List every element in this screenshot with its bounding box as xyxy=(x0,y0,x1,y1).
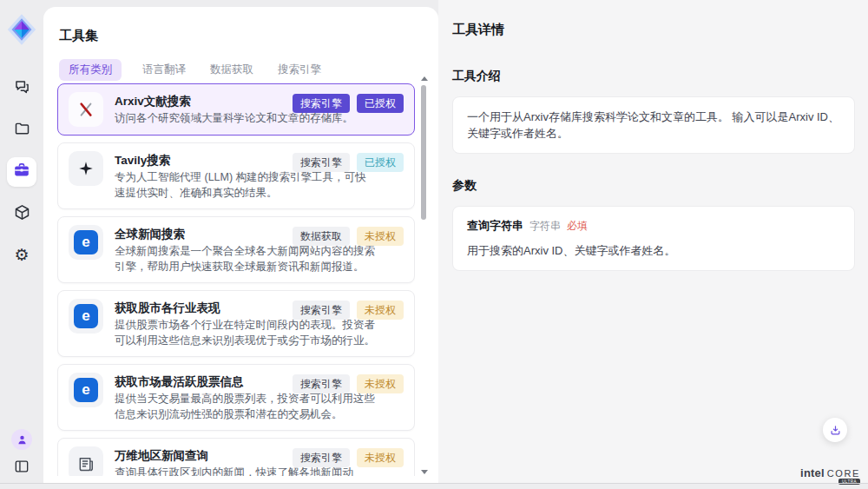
param-description: 用于搜索的Arxiv ID、关键字或作者姓名。 xyxy=(467,243,840,259)
intro-heading: 工具介绍 xyxy=(452,69,855,84)
tool-card[interactable]: 万维地区新闻查询 查询具体行政区划内的新闻，快速了解各地新闻动 搜索引擎 未授权 xyxy=(57,438,415,476)
folder-icon xyxy=(13,120,31,142)
auth-badge: 未授权 xyxy=(357,448,404,467)
collapse-sidebar-icon[interactable] xyxy=(13,458,30,479)
auth-badge: 未授权 xyxy=(357,374,404,393)
news-api-icon: e xyxy=(69,225,103,260)
intro-text: 一个用于从Arxiv存储库搜索科学论文和文章的工具。 输入可以是Arxiv ID… xyxy=(467,109,840,142)
window-bottom-divider xyxy=(0,483,868,484)
tool-detail-panel: 工具详情 工具介绍 一个用于从Arxiv存储库搜索科学论文和文章的工具。 输入可… xyxy=(438,0,868,483)
tool-description: 全球新闻搜索是一个聚合全球各大新闻网站内容的搜索引擎，帮助用户快速获取全球最新资… xyxy=(115,244,377,274)
category-tab[interactable]: 数据获取 xyxy=(207,59,257,81)
intel-core-logo: intel COREULTRA xyxy=(800,466,860,479)
app-logo-icon[interactable] xyxy=(7,13,36,46)
cube-icon xyxy=(13,203,31,225)
auth-badge: 未授权 xyxy=(357,227,404,246)
user-icon xyxy=(15,433,30,447)
category-badge: 搜索引擎 xyxy=(293,374,350,393)
sidebar-item-models[interactable] xyxy=(7,199,36,228)
param-name: 查询字符串 xyxy=(467,218,523,234)
tool-list: Arxiv文献搜索 访问各个研究领域大量科学论文和文章的存储库。 搜索引擎 已授… xyxy=(57,83,415,476)
category-badge: 数据获取 xyxy=(293,227,350,246)
page-title: 工具集 xyxy=(59,28,438,44)
news-api-icon: e xyxy=(69,373,103,407)
sidebar-nav: ⚙ xyxy=(7,74,36,270)
sidebar: ⚙ xyxy=(0,0,43,489)
tool-card[interactable]: e 获取股市各行业表现 提供股票市场各个行业在特定时间段内的表现。投资者可以利用… xyxy=(57,290,415,357)
arxiv-icon xyxy=(69,92,103,127)
intro-card: 一个用于从Arxiv存储库搜索科学论文和文章的工具。 输入可以是Arxiv ID… xyxy=(452,96,855,154)
category-badge: 搜索引擎 xyxy=(293,153,350,172)
scroll-down-arrow-icon[interactable] xyxy=(421,470,428,474)
category-tabs: 所有类别语言翻译数据获取搜索引擎 xyxy=(59,59,438,81)
auth-badge: 已授权 xyxy=(357,153,404,172)
auth-badge: 已授权 xyxy=(357,94,404,113)
param-type: 字符串 xyxy=(529,219,561,234)
detail-title: 工具详情 xyxy=(452,22,855,38)
sidebar-item-chat[interactable] xyxy=(7,74,36,103)
newspaper-icon xyxy=(69,446,103,476)
intel-wordmark: intel xyxy=(800,466,825,479)
tool-card[interactable]: e 获取市场最活跃股票信息 提供当天交易量最高的股票列表，投资者可以利用这些信息… xyxy=(57,364,415,431)
param-card: 查询字符串 字符串 必填 用于搜索的Arxiv ID、关键字或作者姓名。 xyxy=(452,206,855,271)
sidebar-item-settings[interactable]: ⚙ xyxy=(7,241,36,270)
category-badge: 搜索引擎 xyxy=(293,448,350,467)
params-heading: 参数 xyxy=(452,178,855,194)
tool-description: 提供当天交易量最高的股票列表，投资者可以利用这些信息来识别流动性强的股票和潜在的… xyxy=(115,392,377,422)
avatar[interactable] xyxy=(11,429,32,450)
chat-icon xyxy=(13,78,31,100)
category-badge: 搜索引擎 xyxy=(293,94,350,113)
param-required-badge: 必填 xyxy=(567,219,588,234)
category-tab[interactable]: 语言翻译 xyxy=(139,59,189,81)
tool-description: 提供股票市场各个行业在特定时间段内的表现。投资者可以利用这些信息来识别表现优于或… xyxy=(115,318,377,348)
core-wordmark: COREULTRA xyxy=(827,468,860,479)
tavily-icon xyxy=(69,151,103,186)
gear-icon: ⚙ xyxy=(14,247,29,264)
scroll-up-arrow-icon[interactable] xyxy=(421,76,428,81)
scrollbar-thumb[interactable] xyxy=(421,85,426,220)
category-badge: 搜索引擎 xyxy=(293,301,350,320)
category-tab[interactable]: 搜索引擎 xyxy=(274,59,325,81)
briefcase-icon xyxy=(12,161,31,183)
tool-card[interactable]: Tavily搜索 专为人工智能代理 (LLM) 构建的搜索引擎工具，可快速提供实… xyxy=(57,142,415,209)
app-window: ⚙ 工具集 所有类别语言翻译数据获取搜索引擎 Arxiv文献搜索 访问各个研究领… xyxy=(0,0,868,489)
auth-badge: 未授权 xyxy=(357,301,404,320)
sidebar-item-files[interactable] xyxy=(7,116,36,145)
download-button[interactable] xyxy=(823,418,847,442)
sidebar-item-tools[interactable] xyxy=(7,157,36,187)
list-scrollbar[interactable] xyxy=(420,76,427,474)
news-api-icon: e xyxy=(69,299,103,334)
download-icon xyxy=(829,424,842,437)
tool-card[interactable]: e 全球新闻搜索 全球新闻搜索是一个聚合全球各大新闻网站内容的搜索引擎，帮助用户… xyxy=(57,216,415,283)
toolset-panel: 工具集 所有类别语言翻译数据获取搜索引擎 Arxiv文献搜索 访问各个研究领域大… xyxy=(43,7,438,483)
tool-card[interactable]: Arxiv文献搜索 访问各个研究领域大量科学论文和文章的存储库。 搜索引擎 已授… xyxy=(57,83,415,135)
tool-description: 访问各个研究领域大量科学论文和文章的存储库。 xyxy=(115,111,353,127)
category-tab[interactable]: 所有类别 xyxy=(59,59,122,81)
sidebar-bottom xyxy=(11,429,32,479)
tool-description: 专为人工智能代理 (LLM) 构建的搜索引擎工具，可快速提供实时、准确和真实的结… xyxy=(115,170,377,201)
